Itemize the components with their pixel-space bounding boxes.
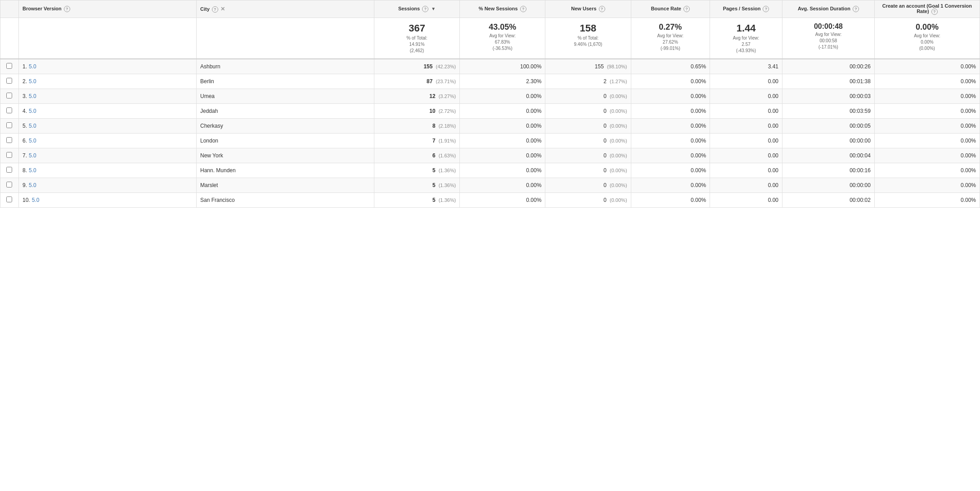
browser-link[interactable]: 5.0 [29, 123, 36, 129]
row-checkbox[interactable] [6, 78, 12, 84]
row-new-sessions-cell: 0.00% [460, 148, 545, 163]
row-new-sessions-cell: 100.00% [460, 59, 545, 74]
browser-link[interactable]: 5.0 [29, 182, 36, 188]
row-bounce-cell: 0.00% [631, 193, 710, 208]
row-sessions-cell: 7 (1.91%) [374, 134, 459, 148]
row-browser-cell: 5.5.0 [18, 119, 196, 134]
city-close-icon[interactable]: ✕ [220, 6, 227, 12]
new-sessions-help-icon[interactable]: ? [520, 6, 526, 12]
new-users-value: 0 [603, 108, 607, 114]
avg-session-header: Avg. Session Duration ? [782, 0, 875, 18]
city-label: City [200, 6, 210, 12]
summary-new-users-sub: % of Total: 9.46% (1,670) [549, 35, 627, 48]
row-avg-session-cell: 00:00:02 [782, 193, 875, 208]
avg-session-label: Avg. Session Duration [798, 6, 850, 11]
row-city-cell: Jeddah [196, 104, 374, 119]
row-bounce-cell: 0.00% [631, 74, 710, 89]
new-users-value: 0 [603, 197, 607, 203]
row-browser-cell: 7.5.0 [18, 148, 196, 163]
new-users-value: 155 [595, 63, 604, 70]
row-avg-session-cell: 00:00:26 [782, 59, 875, 74]
row-create-account-cell: 0.00% [874, 148, 980, 163]
summary-new-sessions-sub2: 67.83% [495, 40, 510, 45]
row-bounce-cell: 0.00% [631, 148, 710, 163]
summary-bounce-sub: Avg for View: 27.62% (-99.01%) [635, 33, 706, 52]
row-avg-session-cell: 00:03:59 [782, 104, 875, 119]
summary-row: 367 % of Total: 14.91% (2,462) 43.05% Av… [0, 18, 980, 59]
row-create-account-cell: 0.00% [874, 193, 980, 208]
row-checkbox[interactable] [6, 196, 12, 202]
sessions-pct: (2.18%) [437, 123, 456, 129]
sessions-sort-icon[interactable]: ▼ [431, 6, 436, 11]
row-checkbox-cell [0, 104, 19, 119]
new-users-header: New Users ? [545, 0, 631, 18]
table-row: 7.5.0New York6 (1.63%)0.00%0 (0.00%)0.00… [0, 148, 980, 163]
row-checkbox[interactable] [6, 122, 12, 128]
row-new-users-cell: 2 (1.27%) [545, 74, 631, 89]
row-avg-session-cell: 00:00:00 [782, 134, 875, 148]
row-pages-cell: 0.00 [710, 134, 782, 148]
summary-new-sessions-sub3: (-36.53%) [493, 46, 512, 51]
sessions-header: Sessions ? ▼ [374, 0, 459, 18]
row-avg-session-cell: 00:00:16 [782, 163, 875, 178]
row-checkbox[interactable] [6, 93, 12, 98]
row-browser-cell: 10.5.0 [18, 193, 196, 208]
row-create-account-cell: 0.00% [874, 74, 980, 89]
row-bounce-cell: 0.00% [631, 178, 710, 193]
bounce-rate-help-icon[interactable]: ? [683, 6, 690, 12]
summary-new-users-value: 158 [549, 22, 627, 34]
summary-bounce-value: 0.27% [635, 22, 706, 32]
row-bounce-cell: 0.65% [631, 59, 710, 74]
sessions-value: 8 [432, 123, 436, 129]
summary-avg-session-cell: 00:00:48 Avg for View: 00:00:58 (-17.01%… [782, 18, 875, 59]
summary-city-cell [196, 18, 374, 59]
create-account-help-icon[interactable]: ? [931, 9, 938, 15]
row-checkbox[interactable] [6, 137, 12, 143]
row-checkbox[interactable] [6, 63, 12, 69]
new-users-value: 0 [603, 123, 607, 129]
row-create-account-cell: 0.00% [874, 89, 980, 104]
avg-session-help-icon[interactable]: ? [853, 6, 859, 12]
browser-link[interactable]: 5.0 [29, 138, 36, 144]
browser-link[interactable]: 5.0 [29, 152, 36, 159]
pages-session-help-icon[interactable]: ? [763, 6, 769, 12]
row-browser-cell: 6.5.0 [18, 134, 196, 148]
table-row: 5.5.0Cherkasy8 (2.18%)0.00%0 (0.00%)0.00… [0, 119, 980, 134]
sessions-help-icon[interactable]: ? [422, 6, 428, 12]
sessions-value: 5 [432, 167, 436, 174]
row-checkbox-cell [0, 89, 19, 104]
sessions-value: 6 [432, 152, 436, 159]
row-browser-cell: 2.5.0 [18, 74, 196, 89]
row-pages-cell: 0.00 [710, 178, 782, 193]
city-help-icon[interactable]: ? [212, 6, 218, 13]
row-checkbox[interactable] [6, 152, 12, 158]
summary-create-value: 0.00% [878, 22, 976, 32]
summary-bounce-sub3: (-99.01%) [661, 46, 680, 51]
row-city-cell: London [196, 134, 374, 148]
browser-link[interactable]: 5.0 [32, 197, 40, 203]
browser-link[interactable]: 5.0 [29, 93, 36, 99]
row-checkbox[interactable] [6, 167, 12, 173]
row-new-users-cell: 155 (98.10%) [545, 59, 631, 74]
row-sessions-cell: 155 (42.23%) [374, 59, 459, 74]
browser-link[interactable]: 5.0 [29, 63, 36, 70]
table-row: 9.5.0Marslet5 (1.36%)0.00%0 (0.00%)0.00%… [0, 178, 980, 193]
row-create-account-cell: 0.00% [874, 119, 980, 134]
row-sessions-cell: 10 (2.72%) [374, 104, 459, 119]
row-number: 2. [22, 78, 27, 85]
browser-link[interactable]: 5.0 [29, 108, 36, 114]
new-users-value: 0 [603, 182, 607, 188]
row-avg-session-cell: 00:00:04 [782, 148, 875, 163]
summary-new-users-cell: 158 % of Total: 9.46% (1,670) [545, 18, 631, 59]
row-checkbox[interactable] [6, 107, 12, 113]
sessions-pct: (42.23%) [434, 64, 456, 69]
table-row: 4.5.0Jeddah10 (2.72%)0.00%0 (0.00%)0.00%… [0, 104, 980, 119]
row-new-sessions-cell: 0.00% [460, 163, 545, 178]
browser-version-help-icon[interactable]: ? [64, 6, 70, 12]
new-users-pct: (0.00%) [608, 108, 627, 114]
browser-link[interactable]: 5.0 [29, 78, 36, 85]
browser-link[interactable]: 5.0 [29, 167, 36, 174]
new-users-help-icon[interactable]: ? [599, 6, 605, 12]
row-checkbox[interactable] [6, 182, 12, 187]
sessions-label: Sessions [398, 6, 420, 11]
